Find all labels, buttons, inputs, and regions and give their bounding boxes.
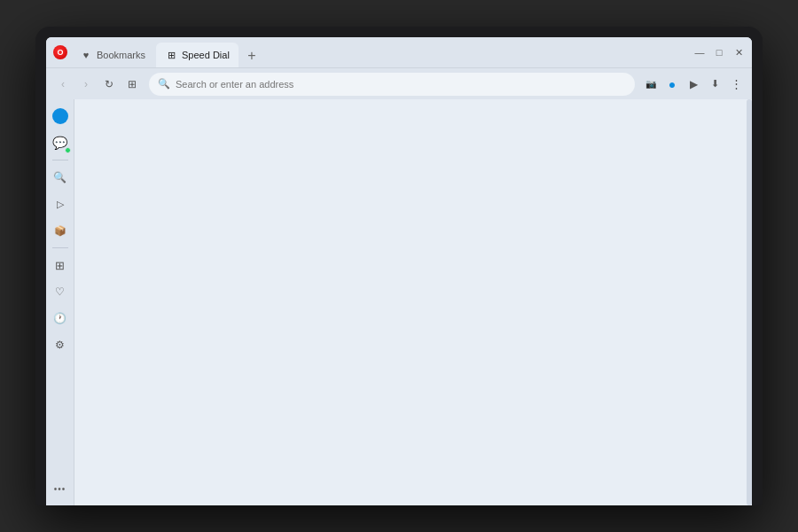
forward-button[interactable]: › xyxy=(76,74,96,94)
history-icon: 🕐 xyxy=(53,312,66,325)
sidebar-item-apps[interactable]: ⊞ xyxy=(49,254,72,277)
new-tab-button[interactable]: + xyxy=(240,44,263,67)
scrollbar-track[interactable] xyxy=(747,99,752,505)
sidebar-item-more[interactable]: ••• xyxy=(49,477,72,500)
main-layout: 💬 🔍 ▷ 📦 ⊞ ♡ xyxy=(46,99,752,505)
sidebar-item-profile[interactable] xyxy=(49,105,72,128)
new-tab-icon: + xyxy=(247,48,255,64)
apps-icon: ⊞ xyxy=(55,259,65,272)
address-bar: ‹ › ↻ ⊞ 🔍 📷 ● xyxy=(46,67,752,99)
refresh-button[interactable]: ↻ xyxy=(99,74,119,94)
player-icon: 📦 xyxy=(54,225,66,237)
title-bar: O ♥ Bookmarks ⊞ Speed Dial + xyxy=(46,37,752,67)
vpn-status-indicator[interactable]: ● xyxy=(663,75,681,93)
sidebar-item-history[interactable]: 🕐 xyxy=(49,307,72,330)
profile-icon xyxy=(52,108,68,124)
back-button[interactable]: ‹ xyxy=(53,74,73,94)
sidebar-divider-1 xyxy=(52,160,68,160)
address-input-wrap[interactable]: 🔍 xyxy=(149,73,635,96)
menu-button[interactable]: ⋮ xyxy=(727,75,745,93)
search-icon: 🔍 xyxy=(158,78,170,90)
aria-icon: ▷ xyxy=(57,199,64,210)
maximize-button[interactable]: □ xyxy=(713,46,725,59)
sidebar-divider-2 xyxy=(52,247,68,248)
speed-dial-tab-label: Speed Dial xyxy=(182,50,230,60)
tab-speed-dial[interactable]: ⊞ Speed Dial xyxy=(156,43,239,67)
forward-icon: › xyxy=(84,78,88,90)
opera-logo-icon[interactable]: O xyxy=(53,45,67,59)
laptop-shell: O ♥ Bookmarks ⊞ Speed Dial + xyxy=(35,27,763,505)
close-button[interactable]: ✕ xyxy=(732,46,745,59)
bookmarks-tab-icon: ♥ xyxy=(80,49,92,61)
speed-dial-tab-icon: ⊞ xyxy=(165,49,177,61)
sidebar-item-player[interactable]: 📦 xyxy=(49,219,72,242)
sidebar: 💬 🔍 ▷ 📦 ⊞ ♡ xyxy=(46,99,74,505)
back-icon: ‹ xyxy=(61,78,65,90)
download-button[interactable]: ⬇ xyxy=(706,75,724,93)
play-button[interactable]: ▶ xyxy=(685,75,702,93)
tabs-area: ♥ Bookmarks ⊞ Speed Dial + xyxy=(71,37,690,67)
whatsapp-badge xyxy=(65,147,71,153)
minimize-button[interactable]: — xyxy=(693,46,706,59)
window-controls: — □ ✕ xyxy=(693,46,745,59)
address-right-icons: 📷 ● ▶ ⬇ ⋮ xyxy=(642,75,745,93)
wishlist-icon: ♡ xyxy=(55,286,65,298)
laptop-screen: O ♥ Bookmarks ⊞ Speed Dial + xyxy=(46,37,752,505)
refresh-icon: ↻ xyxy=(105,78,113,90)
bookmarks-tab-label: Bookmarks xyxy=(97,50,145,60)
settings-icon: ⚙ xyxy=(55,339,65,351)
sidebar-item-wishlist[interactable]: ♡ xyxy=(49,280,72,303)
content-area xyxy=(74,99,752,505)
sidebar-item-aria[interactable]: ▷ xyxy=(49,192,72,215)
sidebar-item-whatsapp[interactable]: 💬 xyxy=(49,131,72,154)
camera-icon-button[interactable]: 📷 xyxy=(642,75,660,93)
search-sidebar-icon: 🔍 xyxy=(53,171,66,184)
tab-bookmarks[interactable]: ♥ Bookmarks xyxy=(71,43,154,67)
extensions-icon: ⊞ xyxy=(128,78,137,90)
sidebar-item-settings[interactable]: ⚙ xyxy=(49,333,72,356)
address-input[interactable] xyxy=(176,79,626,90)
sidebar-item-search[interactable]: 🔍 xyxy=(49,166,72,189)
more-icon: ••• xyxy=(54,484,66,494)
extensions-button[interactable]: ⊞ xyxy=(122,74,142,94)
